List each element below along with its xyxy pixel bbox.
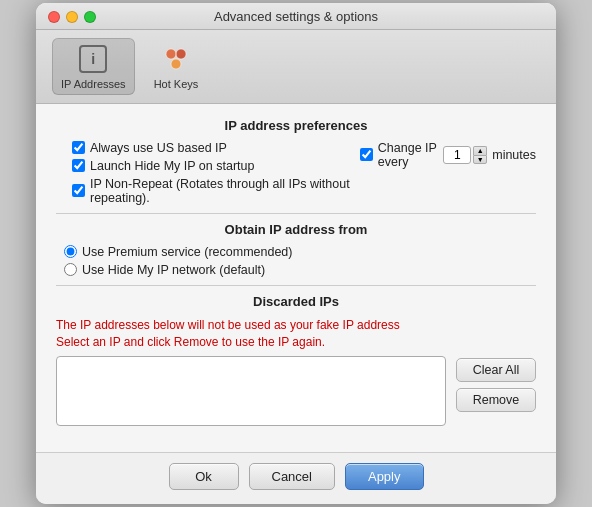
change-ip-spinner: ▲ ▼ [443, 146, 487, 164]
toolbar-label-hotkeys: Hot Keys [154, 78, 199, 90]
change-ip-row: Change IP every ▲ ▼ minutes [360, 141, 536, 169]
footer: Ok Cancel Apply [36, 452, 556, 504]
discarded-ips-title: Discarded IPs [56, 294, 536, 309]
always-us-ip-checkbox[interactable] [72, 141, 85, 154]
change-ip-value[interactable] [443, 146, 471, 164]
spinner-buttons: ▲ ▼ [473, 146, 487, 164]
ip-preferences-checkboxes: Always use US based IP Launch Hide My IP… [64, 141, 360, 205]
obtain-ip-radio-group: Use Premium service (recommended) Use Hi… [56, 245, 536, 277]
obtain-ip-section: Obtain IP address from Use Premium servi… [56, 222, 536, 277]
traffic-lights [48, 11, 96, 23]
window-title: Advanced settings & options [214, 9, 378, 24]
change-ip-label: Change IP every [378, 141, 438, 169]
toolbar-item-ip-addresses[interactable]: i IP Addresses [52, 38, 135, 95]
apply-button[interactable]: Apply [345, 463, 424, 490]
spinner-down[interactable]: ▼ [473, 155, 487, 164]
remove-button[interactable]: Remove [456, 388, 536, 412]
ip-addresses-icon: i [77, 43, 109, 75]
always-us-ip-row: Always use US based IP [72, 141, 360, 155]
toolbar: i IP Addresses Hot Keys [36, 30, 556, 104]
discarded-content: Clear All Remove [56, 356, 536, 426]
discarded-desc-line1: The IP addresses below will not be used … [56, 318, 400, 332]
divider-2 [56, 285, 536, 286]
always-us-ip-label: Always use US based IP [90, 141, 227, 155]
content-area: IP address preferences Always use US bas… [36, 104, 556, 453]
ok-button[interactable]: Ok [169, 463, 239, 490]
non-repeat-row: IP Non-Repeat (Rotates through all IPs w… [72, 177, 360, 205]
premium-radio[interactable] [64, 245, 77, 258]
premium-radio-row: Use Premium service (recommended) [64, 245, 536, 259]
obtain-ip-title: Obtain IP address from [56, 222, 536, 237]
hot-keys-icon [160, 43, 192, 75]
clear-all-button[interactable]: Clear All [456, 358, 536, 382]
launch-startup-label: Launch Hide My IP on startup [90, 159, 254, 173]
discarded-desc-line2: Select an IP and click Remove to use the… [56, 335, 325, 349]
discarded-ips-section: Discarded IPs The IP addresses below wil… [56, 294, 536, 427]
hide-network-radio[interactable] [64, 263, 77, 276]
hide-network-label: Use Hide My IP network (default) [82, 263, 265, 277]
toolbar-item-hot-keys[interactable]: Hot Keys [145, 38, 208, 95]
hide-network-radio-row: Use Hide My IP network (default) [64, 263, 536, 277]
non-repeat-label: IP Non-Repeat (Rotates through all IPs w… [90, 177, 360, 205]
ip-list-box[interactable] [56, 356, 446, 426]
maximize-button[interactable] [84, 11, 96, 23]
close-button[interactable] [48, 11, 60, 23]
change-ip-unit: minutes [492, 148, 536, 162]
discarded-description: The IP addresses below will not be used … [56, 317, 536, 351]
spinner-up[interactable]: ▲ [473, 146, 487, 155]
ip-preferences-title: IP address preferences [56, 118, 536, 133]
cancel-button[interactable]: Cancel [249, 463, 335, 490]
main-window: Advanced settings & options i IP Address… [36, 3, 556, 505]
titlebar: Advanced settings & options [36, 3, 556, 30]
launch-startup-row: Launch Hide My IP on startup [72, 159, 360, 173]
toolbar-label-ip: IP Addresses [61, 78, 126, 90]
discarded-buttons: Clear All Remove [456, 356, 536, 426]
minimize-button[interactable] [66, 11, 78, 23]
change-ip-checkbox[interactable] [360, 148, 373, 161]
non-repeat-checkbox[interactable] [72, 184, 85, 197]
divider-1 [56, 213, 536, 214]
premium-label: Use Premium service (recommended) [82, 245, 292, 259]
launch-startup-checkbox[interactable] [72, 159, 85, 172]
